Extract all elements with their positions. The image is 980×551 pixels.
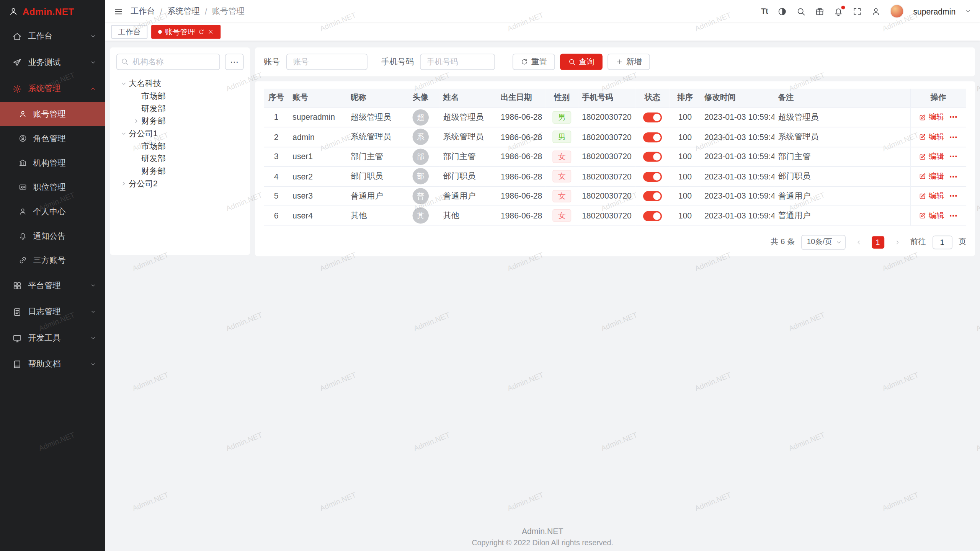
edit-icon [919, 114, 926, 121]
refresh-icon[interactable] [198, 29, 204, 35]
org-more-button[interactable]: ⋯ [225, 54, 244, 70]
tree-node[interactable]: 分公司2 [116, 178, 244, 190]
sidebar-item-role-management[interactable]: 角色管理 [0, 126, 105, 151]
tab-workbench[interactable]: 工作台 [111, 25, 148, 39]
row-more-button[interactable]: ⋯ [949, 211, 958, 220]
tree-node-label: 分公司2 [129, 178, 157, 189]
search-icon[interactable] [796, 7, 805, 16]
sidebar-item-org-management[interactable]: 机构管理 [0, 150, 105, 175]
row-more-button[interactable]: ⋯ [949, 132, 958, 142]
sidebar-item-business-test[interactable]: 业务测试 [0, 49, 105, 76]
table-row: 6 user4 其他 其 其他 1986-06-28 女 18020030720… [264, 206, 966, 225]
status-toggle[interactable] [643, 112, 662, 122]
chevron-down-icon[interactable] [965, 8, 971, 14]
edit-button[interactable]: 编辑 [919, 132, 944, 142]
status-toggle[interactable] [643, 152, 662, 162]
sidebar-item-account-management[interactable]: 账号管理 [0, 102, 105, 126]
row-more-button[interactable]: ⋯ [949, 112, 958, 122]
search-button[interactable]: 查询 [560, 54, 603, 70]
tree-node[interactable]: 研发部 [116, 103, 244, 115]
tree-node[interactable]: 财务部 [116, 115, 244, 127]
sidebar-item-position-management[interactable]: 职位管理 [0, 175, 105, 199]
sidebar-item-label: 账号管理 [33, 108, 66, 119]
sidebar-item-workbench[interactable]: 工作台 [0, 23, 105, 49]
cell-order: 100 [670, 166, 701, 186]
dark-mode-icon[interactable] [777, 7, 787, 16]
col-gender: 性别 [546, 89, 578, 108]
add-button[interactable]: 新增 [608, 54, 650, 70]
prev-page-button[interactable] [851, 235, 865, 249]
phone-filter-input[interactable] [420, 54, 495, 70]
cell-name: 超级管理员 [439, 108, 497, 127]
org-name-search-input[interactable] [116, 54, 220, 70]
sidebar-item-system-management[interactable]: 系统管理 [0, 76, 105, 102]
tree-node[interactable]: 分公司1 [116, 127, 244, 140]
font-size-icon[interactable]: Tt [761, 7, 768, 16]
avatar[interactable] [890, 4, 904, 18]
cell-name: 普通用户 [439, 186, 497, 206]
hamburger-menu-icon[interactable] [114, 7, 123, 16]
sidebar-item-personal-center[interactable]: 个人中心 [0, 199, 105, 224]
next-page-button[interactable] [890, 235, 904, 249]
profile-icon[interactable] [871, 7, 880, 16]
status-toggle[interactable] [643, 171, 662, 181]
account-filter-input[interactable] [286, 54, 368, 70]
col-status: 状态 [635, 89, 669, 108]
breadcrumb-item[interactable]: 系统管理 [167, 6, 200, 17]
sidebar-item-platform-management[interactable]: 平台管理 [0, 272, 105, 299]
notification-bell-icon[interactable] [834, 7, 843, 16]
edit-button[interactable]: 编辑 [919, 210, 944, 221]
caret-right-icon[interactable] [119, 181, 129, 187]
edit-button[interactable]: 编辑 [919, 171, 944, 182]
sidebar-item-help-docs[interactable]: 帮助文档 [0, 351, 105, 378]
tabs-bar: 工作台 账号管理 [105, 23, 980, 41]
fullscreen-icon[interactable] [853, 7, 862, 16]
sidebar-item-label: 系统管理 [28, 83, 83, 94]
tree-node[interactable]: 市场部 [116, 140, 244, 153]
id-card-icon [19, 183, 27, 191]
tab-account-management[interactable]: 账号管理 [151, 25, 220, 39]
caret-right-icon[interactable] [131, 118, 141, 124]
edit-button[interactable]: 编辑 [919, 191, 944, 201]
status-toggle[interactable] [643, 211, 662, 221]
sidebar-item-notice[interactable]: 通知公告 [0, 223, 105, 248]
gift-icon[interactable] [815, 7, 824, 16]
breadcrumb-item[interactable]: 工作台 [131, 6, 155, 17]
row-more-button[interactable]: ⋯ [949, 152, 958, 161]
sidebar-item-label: 日志管理 [28, 306, 83, 317]
caret-down-icon[interactable] [119, 81, 129, 87]
gender-badge: 男 [552, 131, 571, 143]
username[interactable]: superadmin [913, 7, 956, 16]
page-number-button[interactable]: 1 [872, 236, 884, 248]
cell-nickname: 系统管理员 [347, 127, 402, 147]
tree-node[interactable]: 大名科技 [116, 77, 244, 90]
goto-page-input[interactable] [932, 235, 952, 249]
tree-node[interactable]: 研发部 [116, 152, 244, 165]
row-more-button[interactable]: ⋯ [949, 191, 958, 201]
page-size-select[interactable]: 10条/页 [801, 235, 845, 249]
edit-button[interactable]: 编辑 [919, 112, 944, 123]
logo[interactable]: Admin.NET [0, 0, 105, 23]
cell-account: admin [289, 127, 347, 147]
tree-node[interactable]: 市场部 [116, 90, 244, 103]
status-toggle[interactable] [643, 191, 662, 201]
reset-button[interactable]: 重置 [513, 54, 555, 70]
sidebar-item-log-management[interactable]: 日志管理 [0, 298, 105, 325]
sidebar-item-dev-tools[interactable]: 开发工具 [0, 325, 105, 351]
refresh-icon [521, 58, 528, 66]
search-icon [568, 58, 576, 66]
sidebar-item-third-party-account[interactable]: 三方账号 [0, 248, 105, 272]
row-more-button[interactable]: ⋯ [949, 172, 958, 181]
caret-down-icon[interactable] [119, 130, 129, 137]
close-icon[interactable] [207, 29, 214, 35]
edit-button[interactable]: 编辑 [919, 152, 944, 162]
tree-node-label: 研发部 [141, 103, 166, 114]
tree-node[interactable]: 财务部 [116, 165, 244, 178]
chevron-down-icon [90, 361, 96, 367]
topbar-actions: Tt [761, 4, 971, 18]
status-toggle[interactable] [643, 132, 662, 142]
document-icon [13, 307, 22, 316]
role-icon [19, 134, 27, 142]
accounts-table-panel: 序号 账号 昵称 头像 姓名 出生日期 性别 手机号码 状态 排序 修改时间 [255, 81, 975, 256]
main-area: 工作台 / 系统管理 / 账号管理 Tt [105, 0, 980, 551]
